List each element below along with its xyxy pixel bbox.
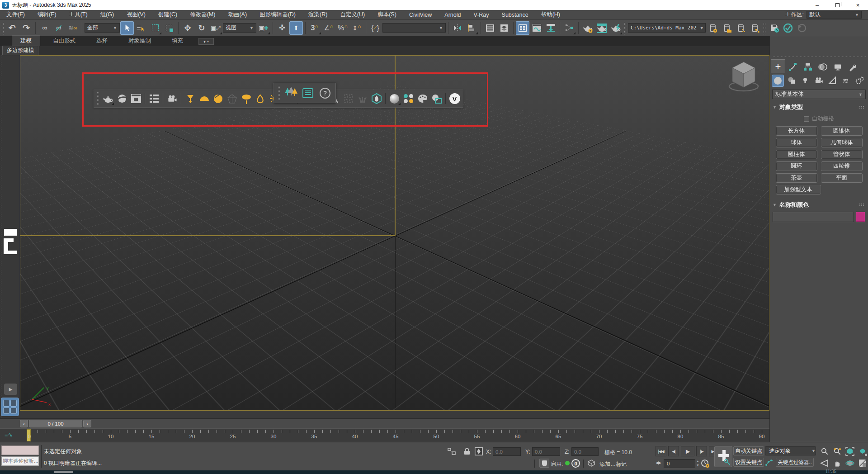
set-key-button[interactable]: 设置关键点 <box>733 458 764 467</box>
scatter-trees-icon[interactable] <box>283 85 298 101</box>
next-frame-button[interactable]: |▶ <box>696 446 707 456</box>
window-crossing-toggle[interactable] <box>162 21 176 35</box>
autosave-icon[interactable] <box>767 21 781 35</box>
vray-frame-buffer-icon[interactable] <box>129 92 142 105</box>
named-selection-sets-dropdown[interactable]: ▼ <box>382 23 446 33</box>
parameter-wiring-button[interactable] <box>562 21 576 35</box>
select-object-button[interactable] <box>120 21 134 35</box>
y-coordinate-field[interactable]: 0.0 <box>532 447 560 456</box>
key-filters-button[interactable]: 关键点过滤器.. <box>776 458 814 467</box>
expand-strip-button[interactable]: ▶ <box>4 384 17 395</box>
vray-sphere-light-icon[interactable] <box>212 92 225 105</box>
category-shapes[interactable] <box>785 75 797 87</box>
object-type-rollout-header[interactable]: ▼ 对象类型 <box>770 103 868 111</box>
current-frame-field[interactable]: 0 <box>664 459 695 468</box>
vray-sphere-render-icon[interactable] <box>115 92 128 105</box>
menu-tools[interactable]: 工具(T) <box>63 10 94 19</box>
tab-create[interactable]: + <box>771 59 785 73</box>
toolbar-grip[interactable] <box>278 86 280 100</box>
category-geometry[interactable] <box>772 75 784 87</box>
next-frame-arrow[interactable]: › <box>83 420 91 427</box>
menu-scripting[interactable]: 脚本(S) <box>371 10 403 19</box>
snap-toggle-3d[interactable]: 3∩ <box>308 21 321 35</box>
go-to-start-button[interactable]: |◀◀ <box>656 446 666 456</box>
plane-button[interactable]: 平面 <box>821 173 863 183</box>
set-keys-big-button[interactable] <box>714 446 732 467</box>
torus-button[interactable]: 圆环 <box>776 161 817 171</box>
project-folder-icon[interactable] <box>720 21 734 35</box>
zoom-extents-icon[interactable] <box>844 446 855 457</box>
keyboard-shortcut-override-toggle[interactable]: ⬆ <box>289 21 303 35</box>
tab-populate[interactable]: 填充 <box>164 36 191 46</box>
name-color-rollout-header[interactable]: ▼ 名称和颜色 <box>770 201 868 209</box>
toolbar-grip[interactable] <box>97 92 99 105</box>
minimize-button[interactable]: – <box>807 0 827 10</box>
vray-logo-icon[interactable]: V <box>448 92 461 105</box>
zoom-icon[interactable] <box>819 446 830 457</box>
tab-modeling[interactable]: 建模 <box>12 35 40 46</box>
vray-plane-light-icon[interactable] <box>184 92 197 105</box>
toolbar-grip[interactable] <box>624 22 627 34</box>
unlink-selection-icon[interactable]: ∞ <box>52 21 66 35</box>
category-helpers[interactable] <box>826 75 838 87</box>
vray-volumetric-fire-icon[interactable] <box>370 92 383 105</box>
cube-marker-icon[interactable] <box>588 460 595 467</box>
vray-color-dots-icon[interactable] <box>402 92 415 105</box>
maximize-viewport-toggle[interactable] <box>857 458 868 469</box>
category-cameras[interactable] <box>812 75 825 87</box>
tab-freeform[interactable]: 自由形式 <box>45 36 84 46</box>
use-pivot-center-button[interactable]: ▣✚ <box>257 21 270 35</box>
maxscript-listener-pink-field[interactable] <box>1 446 39 455</box>
bind-to-space-warp-icon[interactable]: ≋∞ <box>66 21 80 35</box>
sphere-button[interactable]: 球体 <box>776 138 817 147</box>
project-nodes-icon[interactable] <box>748 21 762 35</box>
cone-button[interactable]: 圆锥体 <box>821 126 863 136</box>
toggle-layer-explorer-button[interactable] <box>497 21 511 35</box>
ribbon-minimize-button[interactable]: ▾▾ <box>198 38 214 45</box>
key-mode-toggle[interactable]: ◀▶ <box>656 460 661 465</box>
vray-asset-list-icon[interactable] <box>147 92 160 105</box>
workspace-dropdown[interactable]: 默认 ▼ <box>807 11 862 19</box>
menu-edit[interactable]: 编辑(E) <box>31 10 63 19</box>
undo-button[interactable]: ↶ <box>5 21 19 35</box>
toggle-ribbon-button[interactable] <box>516 21 529 35</box>
previous-frame-arrow[interactable]: ‹ <box>20 420 28 427</box>
tab-modify[interactable] <box>786 61 800 73</box>
field-of-view-icon[interactable] <box>819 458 830 469</box>
toolbar-grip[interactable] <box>1 22 4 34</box>
toggle-scene-explorer-button[interactable] <box>483 21 497 35</box>
polygon-modeling-panel[interactable]: 多边形建模 <box>2 46 38 55</box>
notes-document-icon[interactable] <box>300 85 316 101</box>
category-systems[interactable] <box>853 75 865 87</box>
menu-modifiers[interactable]: 修改器(M) <box>184 10 222 19</box>
render-production-button[interactable] <box>609 21 623 35</box>
category-lights[interactable] <box>799 75 811 87</box>
selection-lock-toggle[interactable] <box>464 447 470 455</box>
menu-help[interactable]: 帮助(H) <box>535 10 566 19</box>
auto-key-button[interactable]: 自动关键点 <box>733 446 764 455</box>
menu-rendering[interactable]: 渲染(R) <box>302 10 334 19</box>
menu-group[interactable]: 组(G) <box>94 10 121 19</box>
time-configuration-button[interactable] <box>701 459 710 468</box>
tab-display[interactable] <box>830 61 845 73</box>
vray-teapot-icon[interactable] <box>101 92 114 105</box>
rendered-frame-window-button[interactable] <box>595 21 609 35</box>
menu-customize[interactable]: 自定义(U) <box>334 10 371 19</box>
panel-drag-handle[interactable] <box>772 56 866 58</box>
menu-create[interactable]: 创建(C) <box>152 10 184 19</box>
teapot-button[interactable]: 茶壶 <box>776 173 817 183</box>
project-structure-icon[interactable] <box>734 21 748 35</box>
tab-selection[interactable]: 选择 <box>88 36 116 46</box>
pan-hand-icon[interactable] <box>832 458 843 469</box>
curve-editor-button[interactable] <box>530 21 543 35</box>
zoom-all-icon[interactable] <box>832 446 843 457</box>
autogrid-checkbox[interactable] <box>804 116 809 122</box>
schematic-view-button[interactable] <box>544 21 557 35</box>
selection-filter-dropdown[interactable]: 全部 ▼ <box>85 23 120 33</box>
textplus-button[interactable]: 加强型文本 <box>776 185 821 194</box>
vray-disc-light-icon[interactable] <box>240 92 253 105</box>
previous-frame-button[interactable]: ◀| <box>668 446 679 456</box>
time-slider-track[interactable]: ‹ 0 / 100 › <box>0 418 769 428</box>
play-button[interactable]: ▶ <box>681 446 694 456</box>
mirror-button[interactable] <box>451 21 464 35</box>
